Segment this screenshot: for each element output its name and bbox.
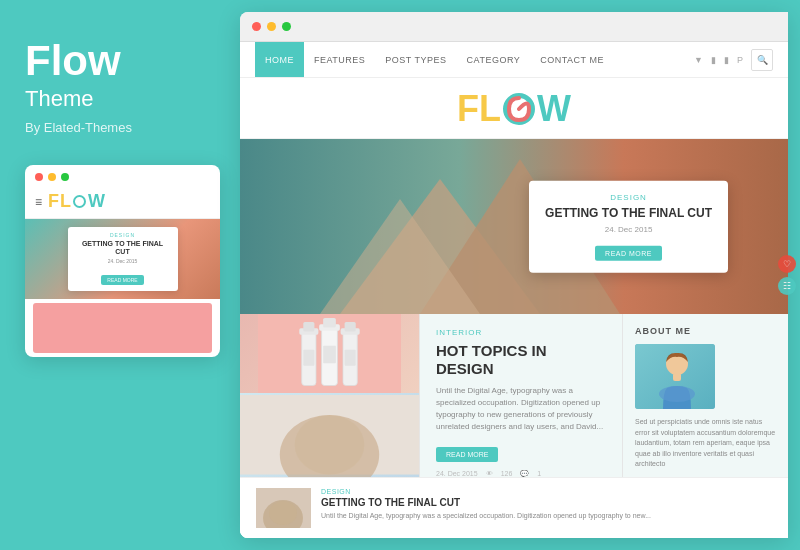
mini-dot-red	[35, 173, 43, 181]
site-logo-area: FL W	[240, 78, 788, 139]
bag-icon: ☷	[783, 281, 791, 291]
logo-letter-w: W	[537, 91, 571, 127]
mini-second-card	[33, 303, 212, 353]
svg-point-27	[269, 501, 297, 525]
left-card-2	[240, 393, 419, 477]
search-button[interactable]: 🔍	[751, 49, 773, 71]
hero-section: DESIGN GETTING TO THE FINAL CUT 24. Dec …	[240, 139, 788, 314]
second-card-svg	[240, 393, 419, 477]
site-main-content: DESIGN GETTING TO THE FINAL CUT 24. Dec …	[240, 139, 788, 538]
mini-hero-card: DESIGN GETTING TO THE FINAL CUT 24. Dec …	[68, 227, 178, 292]
sidebar-title: ABOUT ME	[635, 326, 776, 336]
mini-logo-f: FL	[48, 191, 72, 212]
mini-dot-yellow	[48, 173, 56, 181]
svg-point-24	[659, 386, 695, 402]
second-article-content: DESIGN GETTING TO THE FINAL CUT Until th…	[321, 488, 772, 528]
browser-chrome-bar	[240, 12, 788, 42]
article-title: HOT TOPICS IN DESIGN	[436, 342, 606, 378]
pinterest-icon[interactable]: P	[737, 55, 743, 65]
second-thumb-svg	[256, 488, 311, 528]
twitter-icon[interactable]: ▼	[694, 55, 703, 65]
svg-rect-11	[323, 318, 336, 328]
avatar-svg	[635, 344, 715, 409]
nav-item-post-types[interactable]: POST TYPES	[375, 42, 456, 77]
mini-logo-w: W	[88, 191, 106, 212]
col-left-images	[240, 314, 420, 477]
mini-hero-tag: DESIGN	[76, 232, 170, 238]
second-article-row: DESIGN GETTING TO THE FINAL CUT Until th…	[240, 477, 788, 538]
mini-dot-green	[61, 173, 69, 181]
hero-card-tag: DESIGN	[545, 192, 712, 201]
edge-icon-1[interactable]: ♡	[778, 255, 796, 273]
logo-o-swirl	[501, 88, 537, 130]
nav-item-home[interactable]: HOME	[255, 42, 304, 77]
mini-hamburger-icon: ≡	[35, 195, 42, 209]
article-views-icon: 👁	[486, 470, 493, 477]
mini-logo-o	[73, 195, 86, 208]
hero-read-more-button[interactable]: READ MORE	[595, 246, 662, 261]
svg-rect-15	[303, 350, 314, 366]
instagram-icon[interactable]: ▮	[724, 55, 729, 65]
left-panel: Flow Theme By Elated-Themes ≡ FL W DESIG…	[0, 0, 240, 550]
article-read-more-button[interactable]: READ MORE	[436, 447, 498, 462]
site-navigation: HOME FEATURES POST TYPES CATEGORY CONTAC…	[240, 42, 788, 78]
browser-mockup: HOME FEATURES POST TYPES CATEGORY CONTAC…	[240, 12, 788, 538]
mini-hero-date: 24. Dec 2015	[76, 258, 170, 264]
chrome-close-button[interactable]	[252, 22, 261, 31]
sidebar-avatar	[635, 344, 715, 409]
article-tag: INTERIOR	[436, 328, 606, 337]
article-comments: 1	[537, 470, 541, 477]
svg-rect-17	[345, 350, 356, 366]
nav-item-features[interactable]: FEATURES	[304, 42, 375, 77]
browser-content: HOME FEATURES POST TYPES CATEGORY CONTAC…	[240, 42, 788, 538]
svg-rect-14	[345, 322, 356, 332]
article-comments-icon: 💬	[520, 470, 529, 477]
svg-rect-23	[673, 373, 681, 381]
logo-o-container	[501, 88, 537, 130]
mini-hero-title: GETTING TO THE FINAL CUT	[76, 240, 170, 257]
mini-hero-section: DESIGN GETTING TO THE FINAL CUT 24. Dec …	[25, 219, 220, 299]
hero-overlay-card: DESIGN GETTING TO THE FINAL CUT 24. Dec …	[529, 180, 728, 273]
svg-rect-16	[323, 346, 336, 363]
col-right-sidebar: ABOUT ME	[623, 314, 788, 477]
chrome-minimize-button[interactable]	[267, 22, 276, 31]
second-article-tag: DESIGN	[321, 488, 772, 495]
brand-title: Flow	[25, 40, 121, 82]
article-date: 24. Dec 2015	[436, 470, 478, 477]
search-icon: 🔍	[757, 55, 768, 65]
mini-chrome-dots	[25, 165, 220, 187]
mini-logo: FL W	[48, 191, 106, 212]
hero-card-date: 24. Dec 2015	[545, 225, 712, 234]
three-column-layout: INTERIOR HOT TOPICS IN DESIGN Until the …	[240, 314, 788, 477]
mini-preview-card: ≡ FL W DESIGN GETTING TO THE FINAL CUT 2…	[25, 165, 220, 357]
cart-icon: ♡	[783, 259, 791, 269]
chrome-maximize-button[interactable]	[282, 22, 291, 31]
second-article-body: Until the Digital Age, typography was a …	[321, 511, 772, 521]
logo-letter-f: FL	[457, 91, 501, 127]
second-article-title: GETTING TO THE FINAL CUT	[321, 497, 772, 508]
svg-rect-8	[303, 322, 314, 332]
facebook-icon[interactable]: ▮	[711, 55, 716, 65]
second-article-thumbnail	[256, 488, 311, 528]
col-middle-article: INTERIOR HOT TOPICS IN DESIGN Until the …	[420, 314, 623, 477]
sidebar-text: Sed ut perspiciatis unde omnis iste natu…	[635, 417, 776, 470]
article-views: 126	[501, 470, 513, 477]
nav-social-icons: ▼ ▮ ▮ P 🔍	[694, 49, 773, 71]
edge-icon-2[interactable]: ☷	[778, 277, 796, 295]
article-meta: 24. Dec 2015 👁 126 💬 1	[436, 470, 606, 477]
edge-icons: ♡ ☷	[774, 247, 800, 303]
nav-item-category[interactable]: CATEGORY	[457, 42, 531, 77]
nav-item-contact[interactable]: CONTACT ME	[530, 42, 614, 77]
brand-by-line: By Elated-Themes	[25, 120, 132, 135]
svg-point-20	[295, 415, 365, 475]
article-body: Until the Digital Age, typography was a …	[436, 385, 606, 433]
left-card-1	[240, 314, 419, 393]
brand-subtitle: Theme	[25, 86, 93, 112]
hero-card-title: GETTING TO THE FINAL CUT	[545, 205, 712, 221]
bottles-svg	[240, 314, 419, 393]
mini-hero-button[interactable]: READ MORE	[101, 275, 143, 285]
site-logo: FL W	[457, 88, 571, 130]
mini-nav: ≡ FL W	[25, 187, 220, 219]
